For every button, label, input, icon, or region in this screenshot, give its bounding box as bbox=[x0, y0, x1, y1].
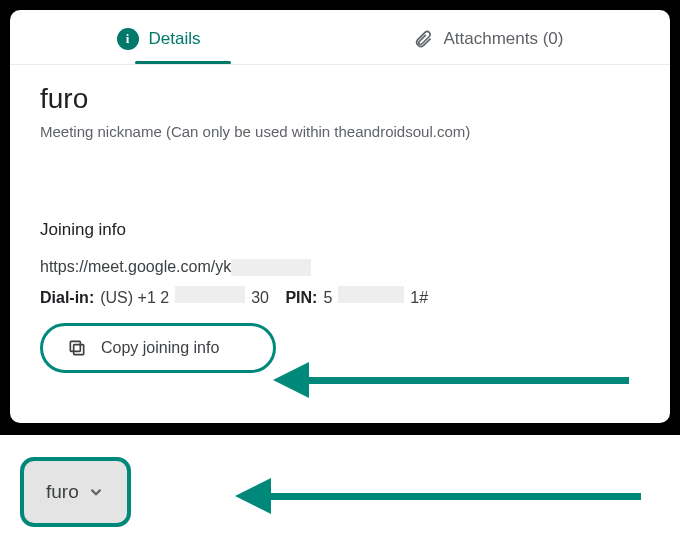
chevron-down-icon bbox=[87, 483, 105, 501]
meeting-nickname: furo bbox=[40, 83, 640, 115]
attachment-icon bbox=[413, 29, 433, 49]
tab-details-label: Details bbox=[149, 29, 201, 49]
copy-joining-info-button[interactable]: Copy joining info bbox=[40, 323, 276, 373]
svg-rect-0 bbox=[74, 345, 84, 355]
meeting-pill-label: furo bbox=[46, 481, 79, 503]
tabs-bar: i Details Attachments (0) bbox=[10, 10, 670, 64]
active-tab-indicator bbox=[135, 61, 231, 64]
svg-rect-1 bbox=[70, 342, 80, 352]
tab-attachments[interactable]: Attachments (0) bbox=[413, 29, 563, 63]
tab-attachments-label: Attachments (0) bbox=[443, 29, 563, 49]
annotation-arrow-bottom bbox=[235, 478, 641, 514]
dial-in-row: Dial-in: (US) +1 230 PIN: 51# bbox=[40, 286, 640, 307]
tab-details[interactable]: i Details bbox=[117, 28, 201, 64]
copy-button-label: Copy joining info bbox=[101, 339, 219, 357]
meeting-link: https://meet.google.com/yk bbox=[40, 258, 640, 276]
annotation-arrow-top bbox=[273, 362, 629, 398]
redacted-block bbox=[231, 259, 311, 276]
joining-info-title: Joining info bbox=[40, 220, 640, 240]
dial-in-label: Dial-in: bbox=[40, 289, 94, 307]
pin-label: PIN: bbox=[285, 289, 317, 307]
info-icon: i bbox=[117, 28, 139, 50]
copy-icon bbox=[67, 338, 87, 358]
redacted-block bbox=[175, 286, 245, 303]
redacted-block bbox=[338, 286, 404, 303]
meeting-nickname-subtitle: Meeting nickname (Can only be used withi… bbox=[40, 123, 640, 140]
meeting-pill-button[interactable]: furo bbox=[20, 457, 131, 527]
